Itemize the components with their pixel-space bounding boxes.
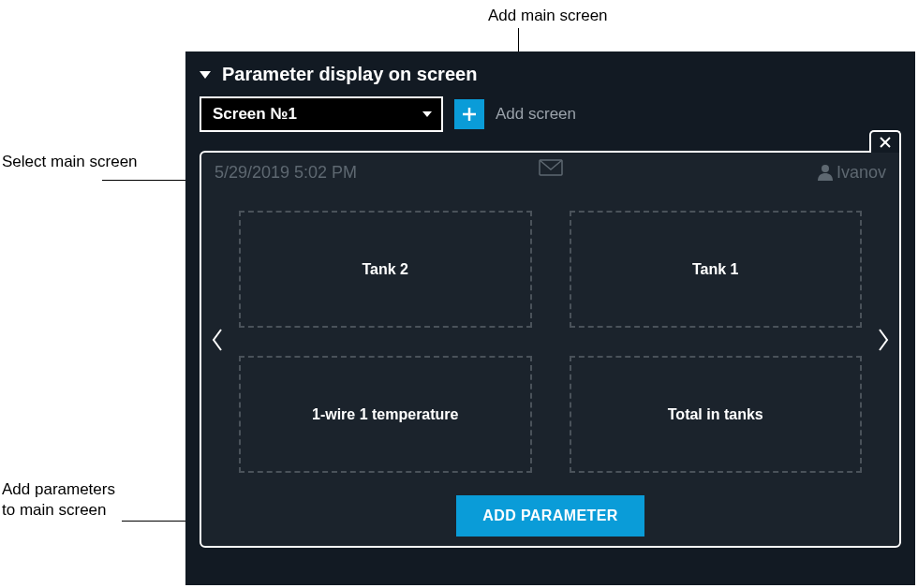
- param-slot-label: Total in tanks: [668, 406, 763, 423]
- screen-preview: 5/29/2019 5:02 PM Ivanov: [200, 143, 901, 548]
- chevron-right-icon: [877, 328, 890, 352]
- param-slot-label: 1-wire 1 temperature: [312, 406, 459, 423]
- collapse-caret-icon: [200, 71, 211, 79]
- param-slot[interactable]: Tank 2: [239, 211, 532, 328]
- screen-select-value: Screen №1: [213, 105, 297, 124]
- add-parameter-button[interactable]: ADD PARAMETER: [456, 495, 644, 537]
- status-username: Ivanov: [837, 163, 886, 183]
- chevron-left-icon: [211, 328, 224, 352]
- toolbar: Screen №1 Add screen: [200, 95, 901, 132]
- close-tab-button[interactable]: [869, 130, 901, 153]
- svg-point-5: [822, 165, 829, 172]
- close-icon: [879, 136, 892, 149]
- param-slot-label: Tank 1: [692, 261, 739, 278]
- parameter-display-panel: Parameter display on screen Screen №1 Ad…: [185, 51, 915, 585]
- user-icon: [818, 164, 833, 181]
- add-parameter-label: ADD PARAMETER: [482, 507, 617, 524]
- param-slot[interactable]: 1-wire 1 temperature: [239, 356, 532, 473]
- mail-icon: [539, 159, 563, 181]
- plus-icon: [461, 106, 478, 123]
- add-screen-label: Add screen: [496, 105, 576, 124]
- param-slot[interactable]: Tank 1: [570, 211, 863, 328]
- panel-header[interactable]: Parameter display on screen: [200, 61, 901, 95]
- callout-add-main-screen: Add main screen: [488, 6, 608, 26]
- param-slot[interactable]: Total in tanks: [570, 356, 863, 473]
- callout-select-main-screen: Select main screen: [2, 152, 138, 172]
- nav-prev-button[interactable]: [211, 328, 224, 356]
- parameter-area: Tank 2 Tank 1 1-wire 1 temperature Total…: [201, 201, 899, 482]
- nav-next-button[interactable]: [877, 328, 890, 356]
- status-user: Ivanov: [818, 163, 886, 183]
- screen-select[interactable]: Screen №1: [200, 96, 443, 132]
- panel-title: Parameter display on screen: [222, 64, 477, 85]
- param-slot-label: Tank 2: [363, 261, 409, 278]
- chevron-down-icon: [422, 111, 432, 117]
- status-bar: 5/29/2019 5:02 PM Ivanov: [201, 153, 899, 184]
- preview-frame: 5/29/2019 5:02 PM Ivanov: [200, 151, 901, 548]
- add-screen-button[interactable]: [454, 99, 484, 129]
- status-datetime: 5/29/2019 5:02 PM: [215, 163, 357, 183]
- callout-add-parameters: Add parameters to main screen: [2, 479, 124, 521]
